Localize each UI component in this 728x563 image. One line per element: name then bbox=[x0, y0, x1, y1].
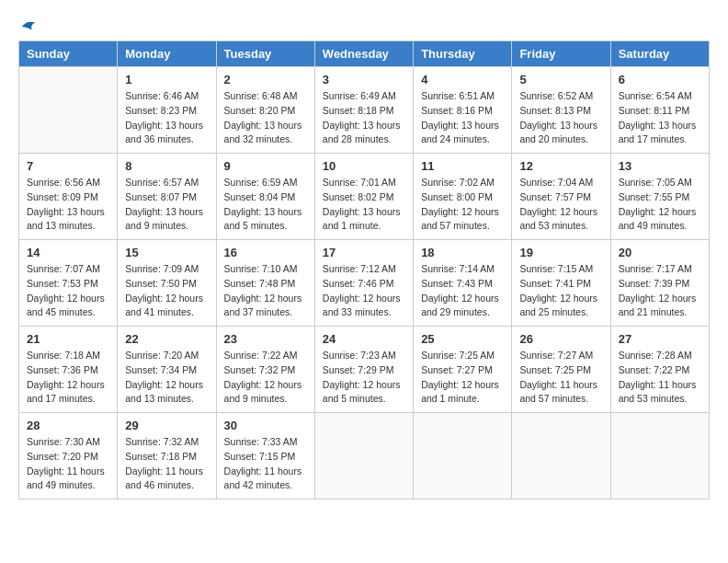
day-cell: 27 Sunrise: 7:28 AM Sunset: 7:22 PM Dayl… bbox=[610, 327, 709, 413]
day-number: 21 bbox=[27, 332, 109, 346]
day-cell: 24 Sunrise: 7:23 AM Sunset: 7:29 PM Dayl… bbox=[314, 327, 413, 413]
day-number: 10 bbox=[323, 159, 405, 173]
week-row-1: 7 Sunrise: 6:56 AM Sunset: 8:09 PM Dayli… bbox=[19, 154, 710, 240]
day-cell: 13 Sunrise: 7:05 AM Sunset: 7:55 PM Dayl… bbox=[610, 154, 709, 240]
daylight-text: Daylight: 13 hours and 20 minutes. bbox=[519, 119, 602, 148]
day-info: Sunrise: 6:49 AM Sunset: 8:18 PM Dayligh… bbox=[323, 89, 405, 147]
daylight-text: Daylight: 12 hours and 57 minutes. bbox=[421, 205, 504, 235]
daylight-text: Daylight: 12 hours and 25 minutes. bbox=[519, 292, 602, 321]
day-number: 7 bbox=[27, 159, 109, 173]
calendar-table: SundayMondayTuesdayWednesdayThursdayFrid… bbox=[18, 40, 710, 500]
day-cell bbox=[512, 413, 610, 500]
sunrise-text: Sunrise: 6:52 AM bbox=[519, 89, 602, 104]
sunset-text: Sunset: 8:04 PM bbox=[224, 190, 307, 205]
day-cell: 15 Sunrise: 7:09 AM Sunset: 7:50 PM Dayl… bbox=[118, 240, 216, 327]
day-info: Sunrise: 6:56 AM Sunset: 8:09 PM Dayligh… bbox=[27, 176, 109, 234]
sunset-text: Sunset: 8:00 PM bbox=[421, 190, 504, 205]
sunset-text: Sunset: 7:27 PM bbox=[421, 363, 504, 378]
sunrise-text: Sunrise: 7:12 AM bbox=[323, 262, 405, 277]
day-cell: 8 Sunrise: 6:57 AM Sunset: 8:07 PM Dayli… bbox=[118, 154, 216, 240]
day-number: 1 bbox=[125, 73, 208, 86]
day-cell: 11 Sunrise: 7:02 AM Sunset: 8:00 PM Dayl… bbox=[414, 154, 512, 240]
sunset-text: Sunset: 8:07 PM bbox=[125, 190, 208, 205]
day-cell bbox=[314, 413, 413, 500]
sunrise-text: Sunrise: 7:07 AM bbox=[27, 262, 109, 277]
daylight-text: Daylight: 13 hours and 1 minute. bbox=[323, 205, 405, 235]
day-cell: 6 Sunrise: 6:54 AM Sunset: 8:11 PM Dayli… bbox=[610, 67, 709, 154]
week-row-4: 28 Sunrise: 7:30 AM Sunset: 7:20 PM Dayl… bbox=[19, 413, 710, 500]
day-cell: 5 Sunrise: 6:52 AM Sunset: 8:13 PM Dayli… bbox=[512, 67, 610, 154]
sunrise-text: Sunrise: 6:51 AM bbox=[421, 89, 504, 104]
sunset-text: Sunset: 8:13 PM bbox=[519, 104, 602, 119]
day-cell: 3 Sunrise: 6:49 AM Sunset: 8:18 PM Dayli… bbox=[314, 67, 413, 154]
day-cell: 19 Sunrise: 7:15 AM Sunset: 7:41 PM Dayl… bbox=[512, 240, 610, 327]
day-info: Sunrise: 7:33 AM Sunset: 7:15 PM Dayligh… bbox=[224, 435, 307, 493]
page-header bbox=[18, 18, 710, 31]
day-info: Sunrise: 7:27 AM Sunset: 7:25 PM Dayligh… bbox=[519, 349, 602, 407]
week-row-0: 1 Sunrise: 6:46 AM Sunset: 8:23 PM Dayli… bbox=[19, 67, 710, 154]
sunrise-text: Sunrise: 7:27 AM bbox=[519, 349, 602, 363]
day-cell: 25 Sunrise: 7:25 AM Sunset: 7:27 PM Dayl… bbox=[414, 327, 512, 413]
sunrise-text: Sunrise: 7:32 AM bbox=[125, 435, 208, 450]
day-cell bbox=[414, 413, 512, 500]
daylight-text: Daylight: 13 hours and 24 minutes. bbox=[421, 119, 504, 148]
day-cell: 17 Sunrise: 7:12 AM Sunset: 7:46 PM Dayl… bbox=[314, 240, 413, 327]
sunset-text: Sunset: 7:34 PM bbox=[125, 363, 208, 378]
day-info: Sunrise: 7:05 AM Sunset: 7:55 PM Dayligh… bbox=[619, 176, 701, 234]
daylight-text: Daylight: 11 hours and 42 minutes. bbox=[224, 465, 307, 494]
sunset-text: Sunset: 7:29 PM bbox=[323, 363, 405, 378]
sunset-text: Sunset: 7:32 PM bbox=[224, 363, 307, 378]
sunrise-text: Sunrise: 6:46 AM bbox=[125, 89, 208, 104]
day-info: Sunrise: 7:20 AM Sunset: 7:34 PM Dayligh… bbox=[125, 349, 208, 407]
daylight-text: Daylight: 11 hours and 57 minutes. bbox=[519, 378, 602, 408]
daylight-text: Daylight: 12 hours and 9 minutes. bbox=[224, 378, 307, 408]
sunrise-text: Sunrise: 7:30 AM bbox=[27, 435, 109, 450]
sunrise-text: Sunrise: 7:25 AM bbox=[421, 349, 504, 363]
sunrise-text: Sunrise: 7:05 AM bbox=[619, 176, 701, 190]
daylight-text: Daylight: 12 hours and 17 minutes. bbox=[27, 378, 109, 408]
day-number: 23 bbox=[224, 332, 307, 346]
sunset-text: Sunset: 7:50 PM bbox=[125, 277, 208, 292]
day-cell: 1 Sunrise: 6:46 AM Sunset: 8:23 PM Dayli… bbox=[118, 67, 216, 154]
day-info: Sunrise: 6:52 AM Sunset: 8:13 PM Dayligh… bbox=[519, 89, 602, 147]
sunset-text: Sunset: 7:55 PM bbox=[619, 190, 701, 205]
day-info: Sunrise: 7:10 AM Sunset: 7:48 PM Dayligh… bbox=[224, 262, 307, 320]
day-number: 18 bbox=[421, 246, 504, 259]
sunrise-text: Sunrise: 7:10 AM bbox=[224, 262, 307, 277]
sunset-text: Sunset: 7:57 PM bbox=[519, 190, 602, 205]
day-info: Sunrise: 7:02 AM Sunset: 8:00 PM Dayligh… bbox=[421, 176, 504, 234]
day-number: 17 bbox=[323, 246, 405, 259]
day-info: Sunrise: 7:17 AM Sunset: 7:39 PM Dayligh… bbox=[619, 262, 701, 320]
day-info: Sunrise: 6:48 AM Sunset: 8:20 PM Dayligh… bbox=[224, 89, 307, 147]
sunset-text: Sunset: 7:41 PM bbox=[519, 277, 602, 292]
day-number: 15 bbox=[125, 246, 208, 259]
day-number: 4 bbox=[421, 73, 504, 86]
daylight-text: Daylight: 13 hours and 5 minutes. bbox=[224, 205, 307, 235]
sunrise-text: Sunrise: 7:02 AM bbox=[421, 176, 504, 190]
day-info: Sunrise: 7:01 AM Sunset: 8:02 PM Dayligh… bbox=[323, 176, 405, 234]
daylight-text: Daylight: 12 hours and 29 minutes. bbox=[421, 292, 504, 321]
day-number: 12 bbox=[519, 159, 602, 173]
sunrise-text: Sunrise: 7:15 AM bbox=[519, 262, 602, 277]
daylight-text: Daylight: 12 hours and 13 minutes. bbox=[125, 378, 208, 408]
day-info: Sunrise: 6:57 AM Sunset: 8:07 PM Dayligh… bbox=[125, 176, 208, 234]
day-cell: 29 Sunrise: 7:32 AM Sunset: 7:18 PM Dayl… bbox=[118, 413, 216, 500]
day-cell: 30 Sunrise: 7:33 AM Sunset: 7:15 PM Dayl… bbox=[216, 413, 314, 500]
daylight-text: Daylight: 13 hours and 9 minutes. bbox=[125, 205, 208, 235]
day-number: 28 bbox=[27, 419, 109, 432]
daylight-text: Daylight: 13 hours and 28 minutes. bbox=[323, 119, 405, 148]
weekday-header-monday: Monday bbox=[118, 41, 216, 67]
sunset-text: Sunset: 7:18 PM bbox=[125, 450, 208, 465]
sunrise-text: Sunrise: 7:23 AM bbox=[323, 349, 405, 363]
day-info: Sunrise: 7:15 AM Sunset: 7:41 PM Dayligh… bbox=[519, 262, 602, 320]
day-info: Sunrise: 6:59 AM Sunset: 8:04 PM Dayligh… bbox=[224, 176, 307, 234]
sunrise-text: Sunrise: 6:56 AM bbox=[27, 176, 109, 190]
day-number: 27 bbox=[619, 332, 701, 346]
daylight-text: Daylight: 12 hours and 33 minutes. bbox=[323, 292, 405, 321]
daylight-text: Daylight: 13 hours and 32 minutes. bbox=[224, 119, 307, 148]
week-row-3: 21 Sunrise: 7:18 AM Sunset: 7:36 PM Dayl… bbox=[19, 327, 710, 413]
day-info: Sunrise: 7:09 AM Sunset: 7:50 PM Dayligh… bbox=[125, 262, 208, 320]
sunrise-text: Sunrise: 7:09 AM bbox=[125, 262, 208, 277]
weekday-header-sunday: Sunday bbox=[19, 41, 118, 67]
day-number: 5 bbox=[519, 73, 602, 86]
